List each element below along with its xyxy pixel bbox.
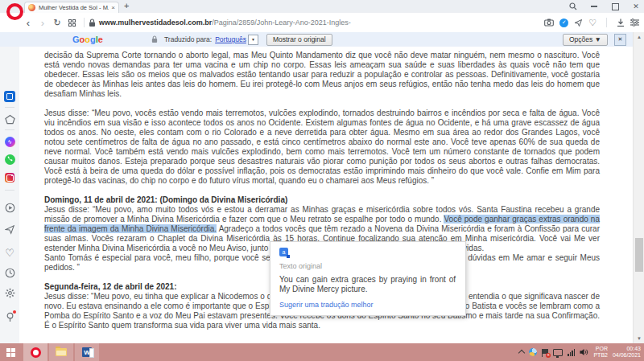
scroll-down-icon[interactable]: ▼	[634, 336, 644, 341]
options-button[interactable]: Opções ▼	[563, 34, 608, 46]
scrollbar-thumb[interactable]	[635, 238, 643, 272]
sidebar-history-icon[interactable]	[4, 267, 15, 278]
tray-hidden-icons-icon[interactable]	[518, 350, 525, 356]
google-logo: Google	[72, 35, 103, 44]
suggest-translation-link[interactable]: Sugerir uma tradução melhor	[279, 301, 456, 309]
sidebar-my-flow-icon[interactable]	[4, 224, 15, 235]
lock-icon[interactable]	[89, 18, 96, 27]
tab-strip: Mulher Vestida de Sol - M... × + ✕	[0, 0, 644, 14]
paragraph: decisão da Suprema Corte tornando o abor…	[44, 51, 600, 99]
language-link[interactable]: Português	[215, 35, 246, 43]
translated-to-label: Traduzido para:	[164, 35, 212, 43]
sidebar-settings-icon[interactable]	[4, 287, 15, 298]
scroll-up-icon[interactable]: ▲	[634, 35, 644, 39]
paragraph: Jesus disse: “Meu povo, vocês estão vend…	[44, 109, 600, 186]
translate-lock-icon	[151, 35, 158, 43]
page-scrollbar[interactable]: ▲ ▼	[633, 32, 644, 343]
divider	[84, 18, 85, 27]
sidebar-pinboards-icon[interactable]	[4, 311, 15, 322]
back-icon[interactable]: ‹	[21, 17, 35, 29]
start-button[interactable]	[0, 343, 22, 361]
tab-close-icon[interactable]: ×	[111, 4, 115, 11]
divider	[606, 18, 607, 27]
tray-weather-icon[interactable]	[529, 348, 537, 356]
address-bar: ‹ › ↻ www.mulhervestidadesol.com.br/Pagi…	[0, 13, 644, 33]
sidebar-speed-dial-icon[interactable]	[4, 91, 15, 102]
taskbar-opera-icon[interactable]	[23, 343, 47, 361]
reload-icon[interactable]: ↻	[50, 18, 64, 28]
snapshot-camera-icon[interactable]	[544, 18, 554, 27]
original-text: You can gain extra graces by praying in …	[279, 275, 456, 294]
tray-security-flag-icon[interactable]: ✕	[542, 349, 548, 354]
translate-bar: Google Traduzido para: Português ▼ Mostr…	[0, 32, 633, 47]
tray-volume-icon[interactable]	[580, 348, 588, 356]
browser-window: Mulher Vestida de Sol - M... × + ✕ ‹ › ↻…	[0, 0, 644, 361]
system-tray: ✕ PORPTB2 00:4304/06/2021	[519, 343, 644, 361]
sidebar-whatsapp-icon[interactable]	[4, 154, 15, 165]
forward-icon[interactable]: ›	[35, 17, 50, 29]
google-translate-icon: a	[279, 248, 288, 256]
site-favicon	[28, 4, 35, 11]
sidebar-bookmarks-icon[interactable]: ♡	[4, 247, 15, 258]
tune-settings-icon[interactable]	[630, 18, 639, 27]
taskbar-word-icon[interactable]: W	[75, 343, 99, 361]
language-indicator[interactable]: PORPTB2	[593, 346, 608, 359]
show-original-button[interactable]: Mostrar o original	[266, 34, 332, 46]
bookmark-heart-icon[interactable]: ♡	[588, 18, 597, 27]
translate-bar-close-icon[interactable]: ✕	[614, 34, 626, 46]
browser-tab[interactable]: Mulher Vestida de Sol - M... ×	[24, 2, 119, 13]
new-tab-button[interactable]: +	[124, 1, 129, 10]
opera-sidebar: ϟ ♡ •••	[0, 47, 20, 343]
taskbar-explorer-icon[interactable]	[49, 343, 73, 361]
tray-monitor-icon[interactable]	[553, 349, 563, 356]
close-button[interactable]: ✕	[631, 2, 641, 11]
sidebar-home-icon[interactable]	[4, 113, 15, 125]
sidebar-instagram-icon[interactable]	[4, 172, 15, 183]
address-badge-icon[interactable]: ✓	[559, 18, 568, 27]
windows-taskbar: W ✕ PORPTB2 00:4304/06/2021	[0, 343, 644, 361]
clock[interactable]: 00:4304/06/2021	[613, 346, 641, 359]
maximize-button[interactable]	[610, 2, 620, 11]
sidebar-player-icon[interactable]	[4, 202, 15, 213]
download-icon[interactable]	[617, 18, 625, 27]
sidebar-messenger-icon[interactable]: ϟ	[4, 136, 15, 147]
language-dropdown[interactable]: ▼	[248, 35, 258, 45]
url-text[interactable]: www.mulhervestidadesol.com.br/Pagina/285…	[99, 18, 351, 27]
window-search-icon[interactable]	[568, 2, 578, 11]
minimize-button[interactable]	[589, 2, 599, 11]
translate-tooltip: a Texto original You can gain extra grac…	[270, 241, 466, 316]
tray-network-signal-icon[interactable]	[568, 349, 575, 356]
original-text-label: Texto original	[279, 262, 456, 270]
opera-menu-button[interactable]	[6, 3, 23, 20]
speed-dial-grid-icon[interactable]	[68, 19, 76, 27]
date-heading: Domingo, 11 de abril de 2021: (Domingo d…	[44, 195, 600, 205]
my-flow-icon[interactable]	[574, 18, 583, 27]
tab-title: Mulher Vestida de Sol - M...	[39, 4, 109, 11]
